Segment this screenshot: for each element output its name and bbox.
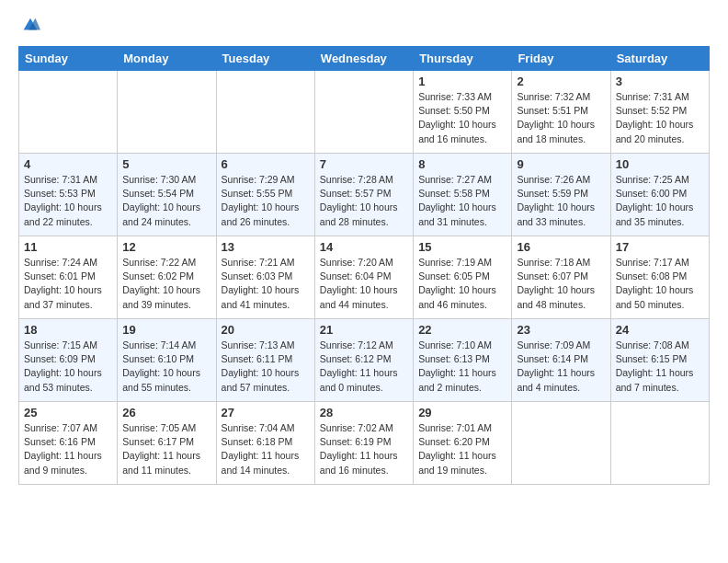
day-info: Sunrise: 7:12 AM Sunset: 6:12 PM Dayligh… — [320, 339, 408, 395]
day-cell: 8Sunrise: 7:27 AM Sunset: 5:58 PM Daylig… — [414, 154, 512, 236]
day-info: Sunrise: 7:22 AM Sunset: 6:02 PM Dayligh… — [122, 256, 210, 312]
week-row-2: 4Sunrise: 7:31 AM Sunset: 5:53 PM Daylig… — [19, 154, 710, 236]
week-row-5: 25Sunrise: 7:07 AM Sunset: 6:16 PM Dayli… — [19, 402, 710, 485]
col-header-friday: Friday — [512, 47, 610, 71]
day-cell: 14Sunrise: 7:20 AM Sunset: 6:04 PM Dayli… — [314, 236, 413, 319]
day-cell: 27Sunrise: 7:04 AM Sunset: 6:18 PM Dayli… — [216, 402, 314, 485]
col-header-wednesday: Wednesday — [314, 47, 413, 71]
day-cell: 5Sunrise: 7:30 AM Sunset: 5:54 PM Daylig… — [118, 154, 216, 236]
day-number: 3 — [616, 75, 704, 88]
day-cell — [19, 71, 118, 154]
day-number: 27 — [222, 406, 310, 419]
day-number: 11 — [24, 240, 112, 254]
day-cell: 20Sunrise: 7:13 AM Sunset: 6:11 PM Dayli… — [216, 319, 314, 402]
day-cell: 23Sunrise: 7:09 AM Sunset: 6:14 PM Dayli… — [512, 319, 610, 402]
header — [18, 15, 710, 35]
day-info: Sunrise: 7:26 AM Sunset: 5:59 PM Dayligh… — [517, 173, 605, 229]
day-cell: 25Sunrise: 7:07 AM Sunset: 6:16 PM Dayli… — [19, 402, 118, 485]
day-number: 28 — [320, 406, 408, 419]
day-cell: 12Sunrise: 7:22 AM Sunset: 6:02 PM Dayli… — [118, 236, 216, 319]
day-info: Sunrise: 7:05 AM Sunset: 6:17 PM Dayligh… — [122, 421, 210, 477]
day-number: 25 — [24, 406, 112, 419]
day-number: 1 — [418, 75, 506, 88]
logo-icon — [20, 15, 40, 35]
day-info: Sunrise: 7:07 AM Sunset: 6:16 PM Dayligh… — [24, 421, 112, 477]
day-cell: 16Sunrise: 7:18 AM Sunset: 6:07 PM Dayli… — [512, 236, 610, 319]
day-info: Sunrise: 7:10 AM Sunset: 6:13 PM Dayligh… — [418, 339, 506, 395]
day-info: Sunrise: 7:25 AM Sunset: 6:00 PM Dayligh… — [616, 173, 704, 229]
day-cell: 11Sunrise: 7:24 AM Sunset: 6:01 PM Dayli… — [19, 236, 118, 319]
day-number: 15 — [418, 240, 506, 254]
day-info: Sunrise: 7:19 AM Sunset: 6:05 PM Dayligh… — [418, 256, 506, 312]
day-number: 20 — [222, 323, 310, 337]
day-number: 7 — [320, 157, 408, 171]
day-number: 10 — [616, 157, 704, 171]
day-number: 18 — [24, 323, 112, 337]
day-number: 16 — [517, 240, 605, 254]
day-info: Sunrise: 7:17 AM Sunset: 6:08 PM Dayligh… — [616, 256, 704, 312]
day-cell: 29Sunrise: 7:01 AM Sunset: 6:20 PM Dayli… — [414, 402, 512, 485]
day-cell: 6Sunrise: 7:29 AM Sunset: 5:55 PM Daylig… — [216, 154, 314, 236]
day-info: Sunrise: 7:30 AM Sunset: 5:54 PM Dayligh… — [122, 173, 210, 229]
week-row-1: 1Sunrise: 7:33 AM Sunset: 5:50 PM Daylig… — [19, 71, 710, 154]
day-cell: 15Sunrise: 7:19 AM Sunset: 6:05 PM Dayli… — [414, 236, 512, 319]
day-cell: 24Sunrise: 7:08 AM Sunset: 6:15 PM Dayli… — [610, 319, 709, 402]
day-cell: 21Sunrise: 7:12 AM Sunset: 6:12 PM Dayli… — [314, 319, 413, 402]
day-cell: 1Sunrise: 7:33 AM Sunset: 5:50 PM Daylig… — [414, 71, 512, 154]
day-info: Sunrise: 7:13 AM Sunset: 6:11 PM Dayligh… — [222, 339, 310, 395]
day-number: 19 — [122, 323, 210, 337]
day-info: Sunrise: 7:14 AM Sunset: 6:10 PM Dayligh… — [122, 339, 210, 395]
day-number: 6 — [222, 157, 310, 171]
day-cell: 22Sunrise: 7:10 AM Sunset: 6:13 PM Dayli… — [414, 319, 512, 402]
day-number: 9 — [517, 157, 605, 171]
day-info: Sunrise: 7:01 AM Sunset: 6:20 PM Dayligh… — [418, 421, 506, 477]
day-info: Sunrise: 7:02 AM Sunset: 6:19 PM Dayligh… — [320, 421, 408, 477]
day-info: Sunrise: 7:31 AM Sunset: 5:52 PM Dayligh… — [616, 90, 704, 146]
header-row: SundayMondayTuesdayWednesdayThursdayFrid… — [19, 47, 710, 71]
day-info: Sunrise: 7:18 AM Sunset: 6:07 PM Dayligh… — [517, 256, 605, 312]
day-info: Sunrise: 7:24 AM Sunset: 6:01 PM Dayligh… — [24, 256, 112, 312]
day-cell — [512, 402, 610, 485]
day-info: Sunrise: 7:31 AM Sunset: 5:53 PM Dayligh… — [24, 173, 112, 229]
col-header-saturday: Saturday — [610, 47, 709, 71]
calendar-table: SundayMondayTuesdayWednesdayThursdayFrid… — [18, 46, 710, 485]
day-number: 14 — [320, 240, 408, 254]
logo — [18, 15, 40, 35]
day-cell: 17Sunrise: 7:17 AM Sunset: 6:08 PM Dayli… — [610, 236, 709, 319]
day-info: Sunrise: 7:20 AM Sunset: 6:04 PM Dayligh… — [320, 256, 408, 312]
day-cell — [314, 71, 413, 154]
day-info: Sunrise: 7:15 AM Sunset: 6:09 PM Dayligh… — [24, 339, 112, 395]
col-header-thursday: Thursday — [414, 47, 512, 71]
day-cell: 26Sunrise: 7:05 AM Sunset: 6:17 PM Dayli… — [118, 402, 216, 485]
day-cell: 28Sunrise: 7:02 AM Sunset: 6:19 PM Dayli… — [314, 402, 413, 485]
day-number: 2 — [517, 75, 605, 88]
day-number: 5 — [122, 157, 210, 171]
page: SundayMondayTuesdayWednesdayThursdayFrid… — [0, 0, 728, 500]
day-number: 13 — [222, 240, 310, 254]
day-cell: 18Sunrise: 7:15 AM Sunset: 6:09 PM Dayli… — [19, 319, 118, 402]
day-number: 12 — [122, 240, 210, 254]
day-number: 24 — [616, 323, 704, 337]
day-number: 22 — [418, 323, 506, 337]
day-info: Sunrise: 7:32 AM Sunset: 5:51 PM Dayligh… — [517, 90, 605, 146]
day-cell — [610, 402, 709, 485]
day-cell: 10Sunrise: 7:25 AM Sunset: 6:00 PM Dayli… — [610, 154, 709, 236]
day-info: Sunrise: 7:04 AM Sunset: 6:18 PM Dayligh… — [222, 421, 310, 477]
col-header-sunday: Sunday — [19, 47, 118, 71]
week-row-3: 11Sunrise: 7:24 AM Sunset: 6:01 PM Dayli… — [19, 236, 710, 319]
day-number: 17 — [616, 240, 704, 254]
day-cell — [216, 71, 314, 154]
day-info: Sunrise: 7:27 AM Sunset: 5:58 PM Dayligh… — [418, 173, 506, 229]
day-cell: 13Sunrise: 7:21 AM Sunset: 6:03 PM Dayli… — [216, 236, 314, 319]
col-header-tuesday: Tuesday — [216, 47, 314, 71]
day-info: Sunrise: 7:33 AM Sunset: 5:50 PM Dayligh… — [418, 90, 506, 146]
day-cell: 9Sunrise: 7:26 AM Sunset: 5:59 PM Daylig… — [512, 154, 610, 236]
day-info: Sunrise: 7:29 AM Sunset: 5:55 PM Dayligh… — [222, 173, 310, 229]
day-info: Sunrise: 7:09 AM Sunset: 6:14 PM Dayligh… — [517, 339, 605, 395]
day-number: 23 — [517, 323, 605, 337]
day-number: 26 — [122, 406, 210, 419]
day-cell: 7Sunrise: 7:28 AM Sunset: 5:57 PM Daylig… — [314, 154, 413, 236]
day-cell: 3Sunrise: 7:31 AM Sunset: 5:52 PM Daylig… — [610, 71, 709, 154]
day-number: 29 — [418, 406, 506, 419]
day-number: 4 — [24, 157, 112, 171]
